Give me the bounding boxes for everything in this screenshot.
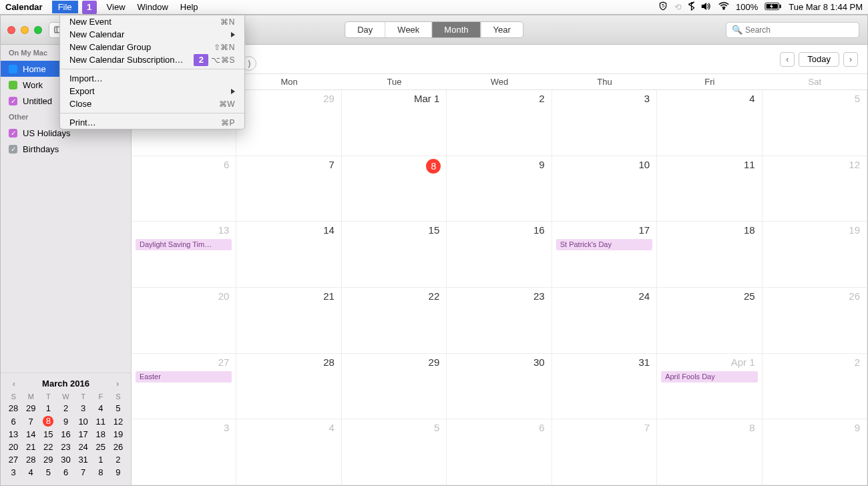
- file-menu-item[interactable]: Close⌘W: [60, 97, 244, 110]
- day-cell[interactable]: 31: [552, 354, 657, 420]
- menu-file[interactable]: File: [52, 1, 78, 13]
- day-cell[interactable]: 26: [763, 288, 867, 354]
- day-cell[interactable]: 9: [763, 419, 867, 485]
- file-menu-item[interactable]: Print…⌘P: [60, 116, 244, 129]
- next-month-button[interactable]: ›: [843, 52, 858, 67]
- mini-day[interactable]: 17: [75, 428, 92, 441]
- day-cell[interactable]: 14: [236, 222, 341, 288]
- day-cell[interactable]: 22: [342, 288, 447, 354]
- day-cell[interactable]: 30: [447, 354, 552, 420]
- fullscreen-window[interactable]: [34, 26, 42, 34]
- mini-day[interactable]: 14: [22, 428, 39, 441]
- day-cell[interactable]: 3: [552, 90, 657, 156]
- file-menu-item[interactable]: New Calendar Group⇧⌘N: [60, 41, 244, 53]
- mini-day[interactable]: 28: [5, 402, 22, 415]
- calendar-event[interactable]: St Patrick's Day: [556, 239, 652, 250]
- mini-day[interactable]: 31: [75, 453, 92, 466]
- day-cell[interactable]: 10: [552, 156, 657, 222]
- day-cell[interactable]: 6: [132, 156, 236, 222]
- mini-day[interactable]: 29: [22, 402, 39, 415]
- mini-day[interactable]: 3: [5, 466, 22, 479]
- day-cell[interactable]: 16: [447, 222, 552, 288]
- mini-day[interactable]: 25: [92, 441, 110, 453]
- file-menu-item[interactable]: New Event⌘N: [60, 15, 244, 28]
- mini-day[interactable]: 13: [5, 428, 22, 441]
- day-cell[interactable]: 11: [657, 156, 762, 222]
- file-menu-item[interactable]: New Calendar: [60, 28, 244, 41]
- day-cell[interactable]: 5: [342, 419, 447, 485]
- day-cell[interactable]: Apr 1April Fools Day: [657, 354, 762, 420]
- mini-day[interactable]: 4: [22, 466, 39, 479]
- day-cell[interactable]: 19: [763, 222, 867, 288]
- minimize-window[interactable]: [21, 26, 29, 34]
- mini-next-month[interactable]: ›: [116, 379, 119, 389]
- mini-calendar[interactable]: ‹ March 2016 › SMTWTFS282912345678910111…: [1, 373, 131, 485]
- day-cell[interactable]: 6: [447, 419, 552, 485]
- mini-day[interactable]: 2: [110, 453, 127, 466]
- mini-day[interactable]: 6: [5, 415, 22, 428]
- file-menu-item[interactable]: Export: [60, 85, 244, 97]
- mini-day[interactable]: 9: [110, 466, 127, 479]
- day-cell[interactable]: 8: [657, 419, 762, 485]
- mini-day[interactable]: 8: [92, 466, 110, 479]
- view-seg-week[interactable]: Week: [385, 22, 432, 37]
- mini-day[interactable]: 1: [92, 453, 110, 466]
- day-cell[interactable]: 21: [236, 288, 341, 354]
- day-cell[interactable]: 2: [763, 354, 867, 420]
- mini-day[interactable]: 19: [110, 428, 127, 441]
- mini-day[interactable]: 7: [22, 415, 39, 428]
- menu-window[interactable]: Window: [132, 1, 174, 13]
- mini-day[interactable]: 2: [57, 402, 74, 415]
- calendar-event[interactable]: Easter: [136, 371, 232, 383]
- day-cell[interactable]: 28: [236, 354, 341, 420]
- calendar-list-item[interactable]: Birthdays: [1, 141, 131, 157]
- day-cell[interactable]: 8: [342, 156, 447, 222]
- mini-day[interactable]: 1: [39, 402, 57, 415]
- search-field[interactable]: 🔍: [726, 22, 859, 38]
- view-seg-year[interactable]: Year: [481, 22, 522, 37]
- mini-day[interactable]: 12: [110, 415, 127, 428]
- day-cell[interactable]: Mar 1: [342, 90, 447, 156]
- day-cell[interactable]: 25: [657, 288, 762, 354]
- today-button[interactable]: Today: [799, 52, 839, 67]
- mini-day[interactable]: 29: [39, 453, 57, 466]
- day-cell[interactable]: 7: [552, 419, 657, 485]
- day-cell[interactable]: 3: [132, 419, 236, 485]
- mini-day[interactable]: 24: [75, 441, 92, 453]
- mini-day[interactable]: 7: [75, 466, 92, 479]
- mini-day[interactable]: 4: [92, 402, 110, 415]
- day-cell[interactable]: 15: [342, 222, 447, 288]
- mini-day[interactable]: 26: [110, 441, 127, 453]
- mini-day[interactable]: 27: [5, 453, 22, 466]
- app-name[interactable]: Calendar: [5, 2, 43, 12]
- mini-day[interactable]: 21: [22, 441, 39, 453]
- menu-view[interactable]: View: [101, 1, 132, 13]
- mini-day[interactable]: 28: [22, 453, 39, 466]
- day-cell[interactable]: 17St Patrick's Day: [552, 222, 657, 288]
- day-cell[interactable]: 18: [657, 222, 762, 288]
- bluetooth-icon[interactable]: [688, 1, 694, 13]
- mini-day[interactable]: 3: [75, 402, 92, 415]
- day-cell[interactable]: 29: [342, 354, 447, 420]
- day-cell[interactable]: 23: [447, 288, 552, 354]
- day-cell[interactable]: 13Daylight Saving Tim…: [132, 222, 236, 288]
- wifi-icon[interactable]: [718, 2, 729, 12]
- mini-day[interactable]: 16: [57, 428, 74, 441]
- calendar-event[interactable]: Daylight Saving Tim…: [136, 239, 232, 250]
- mini-day[interactable]: 20: [5, 441, 22, 453]
- mini-day[interactable]: 5: [110, 402, 127, 415]
- mini-day[interactable]: 6: [57, 466, 74, 479]
- day-cell[interactable]: 5: [763, 90, 867, 156]
- volume-icon[interactable]: [701, 2, 712, 13]
- day-cell[interactable]: 20: [132, 288, 236, 354]
- day-cell[interactable]: 4: [657, 90, 762, 156]
- mini-day[interactable]: 15: [39, 428, 57, 441]
- mini-day[interactable]: 30: [57, 453, 74, 466]
- mini-day[interactable]: 18: [92, 428, 110, 441]
- day-cell[interactable]: 24: [552, 288, 657, 354]
- view-seg-month[interactable]: Month: [432, 22, 481, 37]
- mini-day[interactable]: 9: [57, 415, 74, 428]
- day-cell[interactable]: 4: [236, 419, 341, 485]
- day-cell[interactable]: 27Easter: [132, 354, 236, 420]
- close-window[interactable]: [7, 26, 15, 34]
